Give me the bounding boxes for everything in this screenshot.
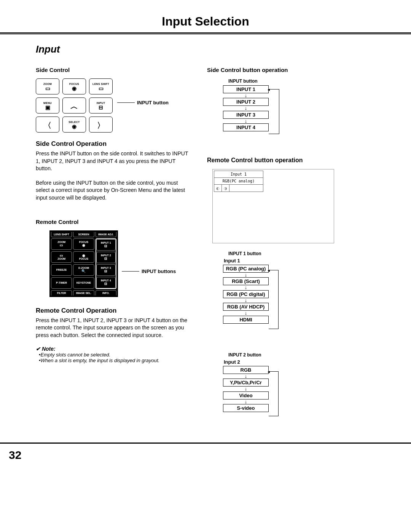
cycle-box: Video xyxy=(223,391,269,399)
cycle-box: RGB xyxy=(223,366,269,374)
input2-remote: INPUT 2⊟ xyxy=(96,252,116,263)
title-rule xyxy=(0,32,411,34)
loop-line xyxy=(269,89,279,134)
keystone-remote: KEYSTONE xyxy=(73,277,94,289)
input-cycle-diagram: INPUT 1 ↓ INPUT 2 ↓ INPUT 3 ↓ INPUT 4 ◂ xyxy=(223,85,375,139)
select-icon: ◉ xyxy=(72,124,76,129)
diag1-label: INPUT button xyxy=(228,78,375,84)
input-icon: ⊟ xyxy=(99,105,103,110)
input1-cycle-diagram: Input 1 RGB (PC analog) ↓ RGB (Scart) ↓ … xyxy=(223,258,375,342)
input4-remote: INPUT 4⊟ xyxy=(96,277,116,288)
arrow-left-icon: ◂ xyxy=(268,87,270,92)
image-adj-remote: IMAGE ADJ. xyxy=(96,232,116,237)
loop-line xyxy=(269,371,279,416)
callout-label: INPUT button xyxy=(137,100,169,105)
freeze-remote: FREEZE xyxy=(51,264,72,276)
osd-icon: ◑ xyxy=(222,185,229,192)
diag2-label: INPUT 1 button xyxy=(228,251,375,256)
rco-paragraph: Press the INPUT 1, INPUT 2, INPUT 3 or I… xyxy=(36,317,192,339)
zoom-icon: ▭ xyxy=(45,86,50,91)
right-button: 〉 xyxy=(89,117,113,133)
cycle-box: RGB (AV HDCP) xyxy=(223,303,269,311)
arrow-down-icon: ↓ xyxy=(223,387,269,391)
remote-body: LENS SHIFT SCREEN IMAGE ADJ. ZOOM▭ FOCUS… xyxy=(49,230,118,297)
osd-panel: Input 1 RGB(PC analog) ◐ ◑ xyxy=(212,169,334,243)
imagesel-remote: IMAGE SEL. xyxy=(73,290,94,296)
zoom-remote: ZOOM▭ xyxy=(51,238,72,250)
focus-button: FOCUS◉ xyxy=(62,78,86,94)
page-title: Input Selection xyxy=(0,0,411,32)
menu-icon: ▣ xyxy=(45,105,50,110)
ptimer-remote: P-TIMER xyxy=(51,277,72,289)
rcbo-head: Remote Control button operation xyxy=(207,157,375,164)
remote-control-operation-head: Remote Control Operation xyxy=(36,307,192,315)
cycle-box: INPUT 3 xyxy=(223,111,269,119)
osd-icons: ◐ ◑ xyxy=(214,185,263,192)
cycle-box: RGB (PC digital) xyxy=(223,290,269,298)
note-block: ✔ Note: •Empty slots cannot be selected.… xyxy=(36,346,192,363)
lens-shift-button: LENS SHIFT▭ xyxy=(89,78,113,94)
filter-remote: FILTER xyxy=(51,290,72,296)
arrow-down-icon: ↓ xyxy=(223,273,269,277)
focus2-remote: ◉FOCUS xyxy=(73,251,94,263)
dzoom-remote: D.ZOOM🔍 xyxy=(73,264,94,276)
cycle-box: Y,Pb/Cb,Pr/Cr xyxy=(223,379,269,387)
side-control-head: Side Control xyxy=(36,67,192,73)
sco-paragraph-2: Before using the INPUT button on the sid… xyxy=(36,179,192,202)
side-control-operation-head: Side Control Operation xyxy=(36,140,192,148)
select-button: SELECT◉ xyxy=(62,117,86,133)
cycle-box: RGB (PC analog) xyxy=(223,265,269,273)
focus-remote: FOCUS◉ xyxy=(73,238,94,250)
arrow-left-icon: ◂ xyxy=(268,268,270,273)
arrow-down-icon: ↓ xyxy=(223,374,269,379)
input-button: INPUT⊟ xyxy=(89,97,113,113)
cycle-first: Input 1 xyxy=(223,258,269,265)
arrow-down-icon: ↓ xyxy=(223,298,269,303)
lens-shift-remote: LENS SHIFT xyxy=(51,232,72,237)
input3-remote: INPUT 3⊟ xyxy=(96,264,116,276)
left-column: Side Control ZOOM▭ FOCUS◉ LENS SHIFT▭ ME… xyxy=(36,67,192,438)
up-button: ︿ xyxy=(62,97,86,113)
arrow-left-icon: ◂ xyxy=(268,369,270,374)
chevron-up-icon: ︿ xyxy=(70,102,78,110)
screen-remote: SCREEN xyxy=(73,232,94,237)
input-buttons-highlight: INPUT 1⊟ INPUT 2⊟ INPUT 3⊟ INPUT 4⊟ xyxy=(96,238,116,289)
cycle-box: HDMI xyxy=(223,316,269,324)
osd-line2: RGB(PC analog) xyxy=(214,178,263,185)
right-column: Side Control button operation INPUT butt… xyxy=(207,67,375,438)
chevron-right-icon: 〉 xyxy=(97,121,105,129)
sco-paragraph-1: Press the INPUT button on the side contr… xyxy=(36,150,192,173)
arrow-down-icon: ↓ xyxy=(223,399,269,404)
cycle-box: INPUT 2 xyxy=(223,98,269,106)
input-buttons-callout: INPUT buttons xyxy=(122,268,176,274)
osd-icon: ◐ xyxy=(214,185,222,192)
arrow-down-icon: ↓ xyxy=(223,285,269,290)
arrow-down-icon: ↓ xyxy=(223,119,269,123)
arrow-down-icon: ↓ xyxy=(223,106,269,110)
callout-label: INPUT buttons xyxy=(142,268,176,274)
chevron-left-icon: 〈 xyxy=(44,121,51,129)
section-heading: Input xyxy=(36,43,375,55)
page-number: 32 xyxy=(9,449,21,462)
arrow-down-icon: ↓ xyxy=(223,93,269,98)
callout-line xyxy=(117,102,135,103)
remote-control-head: Remote Control xyxy=(36,219,192,225)
input2-cycle-diagram: Input 2 RGB ↓ Y,Pb/Cb,Pr/Cr ↓ Video ↓ S-… xyxy=(223,359,375,428)
focus-icon: ◉ xyxy=(72,86,76,91)
diag3-label: INPUT 2 button xyxy=(228,352,375,358)
zoom-button: ZOOM▭ xyxy=(36,78,59,94)
side-control-figure: ZOOM▭ FOCUS◉ LENS SHIFT▭ MENU▣ ︿ INPUT⊟ … xyxy=(36,78,192,133)
input1-remote: INPUT 1⊟ xyxy=(96,239,116,251)
note-item: •When a slot is empty, the input is disp… xyxy=(43,358,192,363)
left-button: 〈 xyxy=(36,117,59,133)
osd-line1: Input 1 xyxy=(214,171,263,178)
note-head: ✔ Note: xyxy=(36,346,192,352)
info-remote: INFO. xyxy=(96,290,116,296)
menu-button: MENU▣ xyxy=(36,97,59,113)
footer-rule xyxy=(0,443,411,444)
remote-control-figure: LENS SHIFT SCREEN IMAGE ADJ. ZOOM▭ FOCUS… xyxy=(49,230,192,297)
cycle-first: Input 2 xyxy=(223,359,269,366)
callout-line xyxy=(122,271,139,272)
zoom2-remote: ▭ZOOM xyxy=(51,251,72,263)
cycle-box: INPUT 4 xyxy=(223,123,269,131)
